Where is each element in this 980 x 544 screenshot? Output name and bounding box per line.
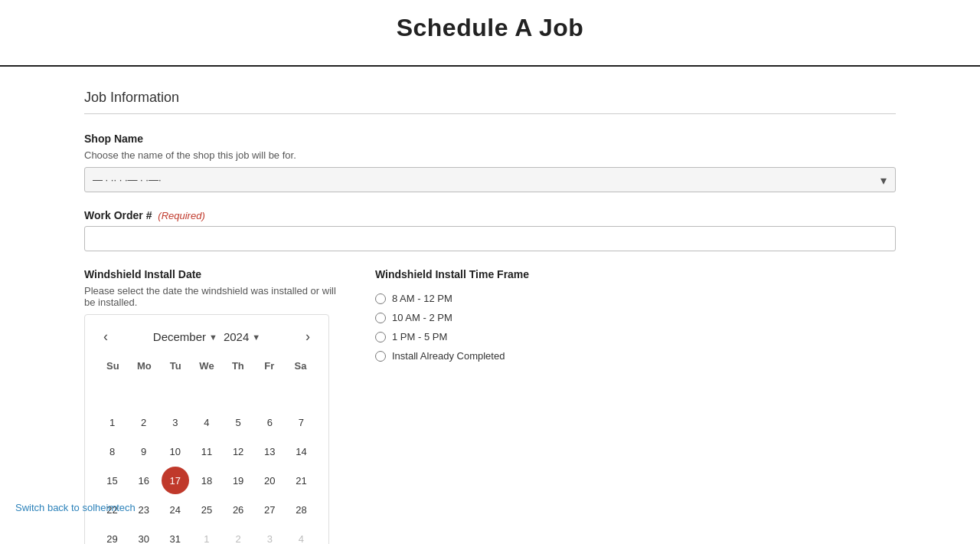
cal-day[interactable]: 19 xyxy=(224,467,252,494)
prev-month-button[interactable]: ‹ xyxy=(97,327,114,346)
weekdays-row: Su Mo Tu We Th Fr Sa xyxy=(97,357,316,375)
calendar-days: 1 2 3 4 5 6 7 8 9 10 11 12 13 1 xyxy=(97,379,316,544)
cal-day-other-month[interactable]: 2 xyxy=(224,525,252,544)
shop-name-label: Shop Name xyxy=(84,133,896,145)
cal-day[interactable]: 25 xyxy=(193,496,220,523)
calendar-header: ‹ December ▼ 2024 ▼ › xyxy=(97,327,316,346)
timeframe-option-2[interactable]: 10 AM - 2 PM xyxy=(375,312,896,323)
cal-day-empty xyxy=(256,379,283,407)
month-label[interactable]: December ▼ xyxy=(153,330,217,343)
switch-back-link[interactable]: Switch back to solheimtech xyxy=(15,502,136,513)
cal-day[interactable]: 4 xyxy=(193,408,220,436)
timeframe-label-2: 10 AM - 2 PM xyxy=(392,312,452,323)
month-year-display: December ▼ 2024 ▼ xyxy=(153,330,260,343)
cal-day[interactable]: 7 xyxy=(287,408,315,436)
cal-day-other-month[interactable]: 3 xyxy=(256,525,283,544)
cal-day[interactable]: 29 xyxy=(99,525,126,544)
timeframe-option-3[interactable]: 1 PM - 5 PM xyxy=(375,331,896,342)
work-order-input[interactable] xyxy=(84,226,896,251)
cal-day[interactable]: 24 xyxy=(162,496,189,523)
cal-day[interactable]: 1 xyxy=(99,408,126,436)
job-info-section: Job Information xyxy=(84,90,896,114)
cal-day[interactable]: 3 xyxy=(162,408,189,436)
time-frame-column: Windshield Install Time Frame 8 AM - 12 … xyxy=(375,268,896,362)
section-divider xyxy=(84,113,896,114)
date-time-section: Windshield Install Date Please select th… xyxy=(84,268,896,544)
shop-name-description: Choose the name of the shop this job wil… xyxy=(84,149,896,161)
cal-day[interactable]: 13 xyxy=(256,437,283,465)
windshield-date-label: Windshield Install Date xyxy=(84,268,345,280)
timeframe-radio-2[interactable] xyxy=(375,313,386,323)
cal-day-empty xyxy=(99,379,126,407)
work-order-field: Work Order # (Required) xyxy=(84,209,896,251)
cal-day[interactable]: 20 xyxy=(256,467,283,494)
timeframe-label-3: 1 PM - 5 PM xyxy=(392,331,447,342)
page-title: Schedule A Job xyxy=(0,14,980,42)
timeframe-radio-group: 8 AM - 12 PM 10 AM - 2 PM 1 PM - 5 PM In… xyxy=(375,293,896,362)
timeframe-option-4[interactable]: Install Already Completed xyxy=(375,350,896,362)
cal-day[interactable]: 9 xyxy=(130,437,158,465)
timeframe-radio-4[interactable] xyxy=(375,351,386,362)
cal-day-empty xyxy=(287,379,315,407)
work-order-label: Work Order # (Required) xyxy=(84,209,896,221)
cal-day-empty xyxy=(193,379,220,407)
cal-day[interactable]: 10 xyxy=(162,437,189,465)
cal-day[interactable]: 18 xyxy=(193,467,220,494)
page-content: Job Information Shop Name Choose the nam… xyxy=(54,67,926,544)
cal-day[interactable]: 31 xyxy=(162,525,189,544)
shop-name-field: Shop Name Choose the name of the shop th… xyxy=(84,133,896,192)
cal-day[interactable]: 6 xyxy=(256,408,283,436)
timeframe-radio-1[interactable] xyxy=(375,293,386,304)
shop-name-select-wrapper[interactable]: — · ·· · ·— · ·—· xyxy=(84,167,896,192)
weekday-tu: Tu xyxy=(160,357,191,375)
cal-day[interactable]: 15 xyxy=(99,467,126,494)
shop-name-select[interactable]: — · ·· · ·— · ·—· xyxy=(84,167,896,192)
weekday-mo: Mo xyxy=(129,357,160,375)
weekday-fr: Fr xyxy=(253,357,285,375)
timeframe-label-1: 8 AM - 12 PM xyxy=(392,293,452,304)
cal-day-other-month[interactable]: 4 xyxy=(287,525,315,544)
cal-day-empty xyxy=(130,379,158,407)
weekday-su: Su xyxy=(97,357,129,375)
cal-day[interactable]: 14 xyxy=(287,437,315,465)
weekday-th: Th xyxy=(222,357,253,375)
timeframe-title: Windshield Install Time Frame xyxy=(375,268,896,280)
page-header: Schedule A Job xyxy=(0,0,980,67)
required-badge: (Required) xyxy=(158,210,204,221)
month-chevron-icon: ▼ xyxy=(209,333,217,342)
weekday-we: We xyxy=(191,357,223,375)
cal-day[interactable]: 26 xyxy=(224,496,252,523)
cal-day-selected[interactable]: 17 xyxy=(162,467,189,494)
cal-day[interactable]: 5 xyxy=(224,408,252,436)
cal-day[interactable]: 27 xyxy=(256,496,283,523)
timeframe-label-4: Install Already Completed xyxy=(392,350,505,362)
cal-day[interactable]: 28 xyxy=(287,496,315,523)
timeframe-radio-3[interactable] xyxy=(375,332,386,342)
cal-day[interactable]: 16 xyxy=(130,467,158,494)
calendar-grid: Su Mo Tu We Th Fr Sa xyxy=(97,357,316,544)
cal-day[interactable]: 12 xyxy=(224,437,252,465)
year-label[interactable]: 2024 ▼ xyxy=(224,330,260,343)
cal-day[interactable]: 8 xyxy=(99,437,126,465)
cal-day-empty xyxy=(224,379,252,407)
cal-day[interactable]: 30 xyxy=(130,525,158,544)
cal-day[interactable]: 2 xyxy=(130,408,158,436)
next-month-button[interactable]: › xyxy=(299,327,316,346)
windshield-date-description: Please select the date the windshield wa… xyxy=(84,285,345,308)
cal-day[interactable]: 21 xyxy=(287,467,315,494)
weekday-sa: Sa xyxy=(285,357,316,375)
cal-day-other-month[interactable]: 1 xyxy=(193,525,220,544)
year-chevron-icon: ▼ xyxy=(252,333,260,342)
timeframe-option-1[interactable]: 8 AM - 12 PM xyxy=(375,293,896,304)
cal-day-empty xyxy=(162,379,189,407)
cal-day[interactable]: 11 xyxy=(193,437,220,465)
section-title: Job Information xyxy=(84,90,896,106)
